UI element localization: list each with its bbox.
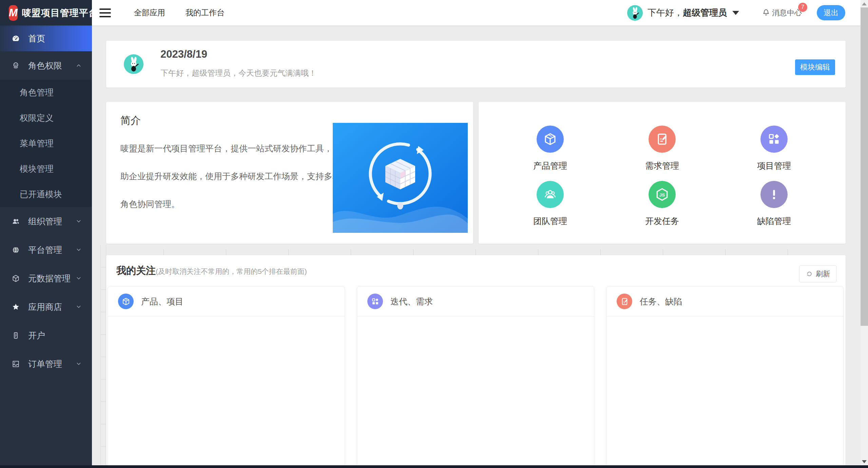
sidebar-item-metadata[interactable]: 元数据管理	[0, 264, 92, 293]
chevron-up-icon	[75, 62, 82, 69]
js-icon: JS	[649, 181, 676, 208]
logo-area: M 唛盟项目管理平台	[0, 0, 92, 25]
background-grid-strip	[100, 245, 106, 465]
robot-icon	[11, 61, 20, 70]
scroll-up-button[interactable]	[861, 0, 868, 7]
follow-card-task-defect: 任务、缺陷	[606, 286, 844, 465]
product-cube-icon	[537, 126, 564, 153]
follow-card-header: 任务、缺陷	[606, 286, 843, 317]
cube-cycle-illustration	[333, 123, 468, 233]
module-item-team[interactable]: 团队管理	[513, 181, 587, 227]
sidebar-menu: 首页 角色权限 角色管理权限定义菜单管理模块管理已开通模块 组织管理 平台管理 …	[0, 25, 92, 378]
product-cube-icon	[118, 294, 134, 309]
rabbit-avatar-icon	[627, 5, 643, 21]
user-avatar[interactable]	[627, 5, 643, 21]
blocks-icon	[760, 126, 788, 153]
message-center-label: 消息中心	[772, 8, 802, 18]
sidebar-item-label: 应用商店	[28, 301, 62, 313]
users-icon	[11, 217, 20, 226]
sidebar-subitem-label: 模块管理	[20, 163, 54, 174]
welcome-avatar	[124, 54, 143, 74]
welcome-message: 下午好，超级管理员，今天也要元气满满哦！	[160, 68, 316, 78]
intro-illustration	[333, 123, 468, 233]
module-edit-button[interactable]: 模块编辑	[795, 59, 835, 75]
follow-card-title: 产品、项目	[141, 296, 184, 307]
scroll-down-button[interactable]	[861, 458, 868, 465]
bell-icon	[761, 8, 771, 17]
user-greeting[interactable]: 下午好，超级管理员	[648, 7, 727, 19]
chevron-down-icon	[75, 303, 82, 311]
intro-card: 简介 唛盟是新一代项目管理平台，提供一站式研发协作工具，帮助企业提升研发效能，使…	[106, 102, 473, 244]
follow-card-product-project: 产品、项目	[108, 286, 345, 465]
doc-edit-icon	[617, 294, 632, 309]
vertical-scrollbar[interactable]	[861, 0, 868, 465]
follow-card-iteration-requirement: 迭代、需求	[357, 286, 594, 465]
window-bottom-edge	[0, 465, 868, 468]
follow-section: 我的关注 (及时取消关注不常用的，常用的5个排在最前面) 刷新 产品、项目 迭代…	[106, 255, 846, 465]
screen: M 唛盟项目管理平台 全部应用我的工作台 下午好，超级管理员	[0, 0, 868, 468]
module-item-requirement[interactable]: 需求管理	[625, 126, 699, 171]
module-item-defect[interactable]: 缺陷管理	[737, 181, 811, 227]
sidebar-item-app-store[interactable]: 应用商店	[0, 293, 92, 321]
sidebar-subitem-module-management[interactable]: 模块管理	[0, 156, 92, 182]
header: M 唛盟项目管理平台 全部应用我的工作台 下午好，超级管理员	[0, 0, 861, 25]
top-nav-item-0[interactable]: 全部应用	[134, 7, 165, 18]
message-count-badge: 7	[798, 3, 807, 12]
follow-card-title: 迭代、需求	[390, 296, 433, 307]
order-icon	[11, 359, 20, 369]
module-item-project[interactable]: 项目管理	[737, 126, 811, 171]
sidebar: 首页 角色权限 角色管理权限定义菜单管理模块管理已开通模块 组织管理 平台管理 …	[0, 25, 92, 465]
welcome-card: 2023/8/19 下午好，超级管理员，今天也要元气满满哦！ 模块编辑	[106, 41, 846, 88]
logout-button[interactable]: 退出	[817, 5, 845, 20]
background-grid-ticks	[163, 249, 846, 255]
module-item-product[interactable]: 产品管理	[513, 126, 587, 171]
hamburger-menu-icon[interactable]	[97, 6, 113, 19]
intro-text: 唛盟是新一代项目管理平台，提供一站式研发协作工具，帮助企业提升研发效能，使用于多…	[120, 134, 344, 218]
follow-subtitle: (及时取消关注不常用的，常用的5个排在最前面)	[156, 267, 307, 276]
sidebar-item-label: 元数据管理	[28, 273, 71, 284]
sidebar-item-platform[interactable]: 平台管理	[0, 236, 92, 264]
follow-card-title: 任务、缺陷	[640, 296, 682, 307]
app-title: 唛盟项目管理平台	[22, 7, 98, 19]
header-right: 下午好，超级管理员 消息中心 7 退出	[627, 5, 861, 21]
dashboard-icon	[11, 34, 20, 43]
follow-header: 我的关注 (及时取消关注不常用的，常用的5个排在最前面)	[116, 264, 307, 278]
top-nav-item-1[interactable]: 我的工作台	[186, 7, 225, 18]
module-label: 缺陷管理	[737, 216, 811, 227]
modules-card: 产品管理 需求管理 项目管理 团队管理 JS开发任务 缺陷管理	[479, 102, 846, 244]
arrow-down-icon	[862, 460, 867, 463]
sidebar-item-label: 首页	[28, 33, 45, 44]
sidebar-item-open-account[interactable]: 开户	[0, 321, 92, 350]
message-center[interactable]: 消息中心 7	[761, 8, 802, 18]
chevron-down-icon	[75, 246, 82, 254]
chevron-down-icon	[75, 360, 82, 368]
blocks-icon	[367, 294, 383, 309]
follow-card-header: 产品、项目	[108, 286, 345, 317]
chevron-down-icon	[75, 275, 82, 282]
intro-title: 简介	[120, 114, 141, 128]
sidebar-item-role-permission[interactable]: 角色权限	[0, 51, 92, 80]
exclamation-icon	[760, 181, 788, 208]
sidebar-subitem-role-management[interactable]: 角色管理	[0, 80, 92, 105]
module-label: 需求管理	[625, 160, 699, 171]
sidebar-subitem-permission-definition[interactable]: 权限定义	[0, 105, 92, 131]
refresh-button[interactable]: 刷新	[799, 265, 836, 282]
refresh-label: 刷新	[816, 269, 830, 279]
team-icon	[537, 181, 564, 208]
scrollbar-thumb[interactable]	[861, 7, 868, 326]
sidebar-item-label: 组织管理	[28, 216, 62, 227]
sidebar-item-organization[interactable]: 组织管理	[0, 207, 92, 236]
chevron-down-icon	[75, 218, 82, 225]
sidebar-subitem-label: 权限定义	[20, 112, 54, 124]
module-item-dev-task[interactable]: JS开发任务	[625, 181, 699, 227]
sidebar-item-order[interactable]: 订单管理	[0, 350, 92, 378]
sidebar-subitem-opened-modules[interactable]: 已开通模块	[0, 182, 92, 207]
module-label: 产品管理	[513, 160, 587, 171]
cube-icon	[11, 274, 20, 283]
user-menu-caret-icon[interactable]	[732, 11, 739, 15]
arrow-up-icon	[862, 2, 867, 5]
welcome-date: 2023/8/19	[160, 48, 207, 60]
app-logo-icon: M	[9, 5, 18, 21]
sidebar-subitem-menu-management[interactable]: 菜单管理	[0, 131, 92, 156]
sidebar-item-home[interactable]: 首页	[0, 25, 92, 51]
